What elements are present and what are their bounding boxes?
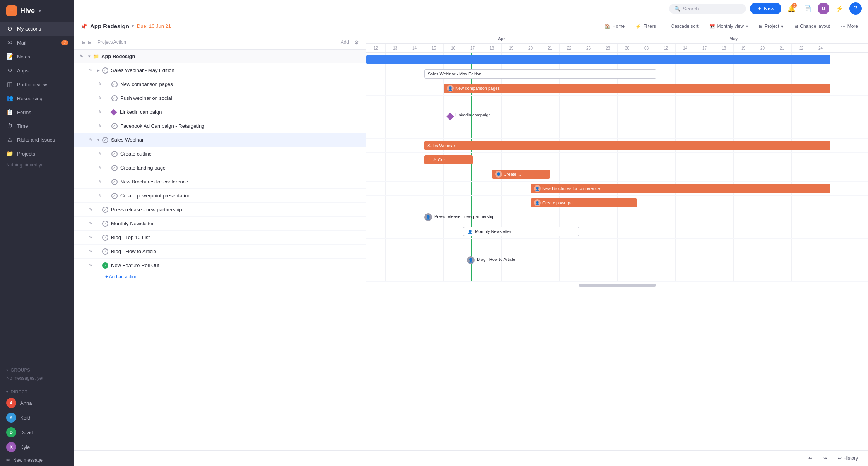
gantt-row[interactable] (366, 239, 868, 253)
task-row[interactable]: ✎ ✓ Press release - new partnership (74, 203, 366, 217)
sidebar-item-portfolio[interactable]: ◫ Portfolio view (0, 77, 74, 91)
gantt-row[interactable]: 👤New comparison pages (366, 81, 868, 96)
redo-icon: ↪ (823, 456, 827, 461)
gantt-row[interactable] (366, 267, 868, 282)
gantt-bar[interactable]: ⚠⚠ Cre... (424, 155, 473, 164)
gantt-scroll-thumb[interactable] (579, 284, 656, 287)
sidebar-item-risks[interactable]: ⚠ Risks and Issues (0, 133, 74, 147)
expand-icon[interactable]: ▾ (86, 54, 92, 58)
undo-button[interactable]: ↩ (805, 454, 816, 463)
sidebar-item-forms[interactable]: 📋 Forms (0, 105, 74, 119)
gantt-cell (772, 124, 792, 138)
expand-all-icon[interactable]: ⊞ (82, 40, 85, 45)
gantt-row[interactable]: 👤Create powerpoi... (366, 196, 868, 210)
gantt-row[interactable]: 👤New Brochures for conference (366, 182, 868, 196)
gantt-bar-outline[interactable]: 👤Monthly Newsletter (463, 227, 579, 236)
task-row[interactable]: ✎ ✓ Create landing page (74, 161, 366, 175)
gantt-row[interactable]: Linkedin campaign (366, 110, 868, 124)
task-row[interactable]: ✎ ✓ Facebook Ad Campaign - Retargeting (74, 119, 366, 133)
gantt-row[interactable] (366, 96, 868, 110)
gantt-cell (366, 267, 386, 281)
add-action-link[interactable]: + Add an action (74, 272, 366, 281)
help-button[interactable]: ? (849, 2, 862, 15)
gantt-bar[interactable]: 👤Create powerpoi... (531, 198, 637, 207)
gantt-row[interactable] (366, 124, 868, 139)
change-layout-button[interactable]: ⊟ Change layout (790, 22, 834, 31)
direct-section[interactable]: ▾ Direct (0, 384, 74, 396)
gantt-cell (714, 167, 734, 181)
search-bar[interactable]: 🔍 Search (669, 4, 746, 14)
new-button[interactable]: ＋ New (750, 3, 781, 14)
expand-icon[interactable]: ▶ (95, 68, 101, 72)
logo-dropdown-icon[interactable]: ▾ (39, 9, 41, 14)
gantt-row[interactable] (366, 53, 868, 67)
task-row[interactable]: ✎ ✓ Push webinar on social (74, 91, 366, 105)
task-row[interactable]: ✎ ✓ New Brochures for conference (74, 175, 366, 189)
task-row[interactable]: ✎ ▾ 📁 App Redesign (74, 50, 366, 63)
gantt-bar[interactable]: 👤New comparison pages (444, 84, 830, 93)
gantt-bar[interactable]: Sales Webinar (424, 141, 830, 150)
gantt-bar[interactable] (366, 55, 830, 64)
project-dropdown-icon[interactable]: ▾ (132, 24, 134, 29)
sidebar-item-my-actions[interactable]: ⊙ My actions (0, 22, 74, 36)
gantt-cell (405, 196, 424, 210)
today-line (471, 124, 472, 138)
project-view-button[interactable]: ⊞ Project ▾ (755, 22, 787, 31)
dm-anna[interactable]: A Anna (0, 396, 74, 410)
more-button[interactable]: ⋯ More (837, 22, 862, 31)
task-row[interactable]: ✎ ✓ Monthly Newsletter (74, 217, 366, 231)
gantt-row[interactable]: ⚠⚠ Cre... (366, 153, 868, 167)
docs-button[interactable]: 📄 (801, 2, 814, 15)
task-row[interactable]: ✎ ✓ Blog - How to Article (74, 245, 366, 259)
groups-section[interactable]: ▾ Groups (0, 362, 74, 374)
sidebar-item-notes[interactable]: 📝 Notes (0, 50, 74, 63)
task-row[interactable]: ✎ ✓ New Feature Roll Out (74, 259, 366, 272)
gantt-row[interactable]: 👤Press release - new partnership (366, 210, 868, 224)
dm-keith[interactable]: K Keith (0, 410, 74, 425)
dm-kyle[interactable]: K Kyle (0, 440, 74, 454)
gantt-bar[interactable]: 👤Create ... (492, 170, 550, 179)
gantt-row[interactable]: 👤Monthly Newsletter (366, 224, 868, 239)
dm-name: Keith (20, 415, 32, 421)
task-row[interactable]: ✎ ▶ ✓ Sales Webinar - May Edition (74, 63, 366, 77)
gantt-cell (676, 210, 695, 224)
home-button[interactable]: 🏠 Home (601, 22, 629, 31)
gantt-row[interactable]: 👤Blog - How to Article (366, 253, 868, 267)
gantt-cell (560, 124, 579, 138)
app-logo[interactable]: ≡ Hive ▾ (0, 0, 74, 22)
lightning-button[interactable]: ⚡ (833, 2, 846, 15)
gantt-cell (598, 224, 618, 238)
filter-icon: ⚡ (636, 24, 641, 29)
sidebar-item-apps[interactable]: ⚙ Apps (0, 63, 74, 77)
new-message-button[interactable]: ✉ New message (0, 454, 74, 466)
gantt-row[interactable]: Sales Webinar - May Edition (366, 67, 868, 81)
cascade-sort-button[interactable]: ↕ Cascade sort (663, 22, 702, 31)
sidebar-item-resourcing[interactable]: 👥 Resourcing (0, 91, 74, 105)
redo-button[interactable]: ↪ (819, 454, 831, 463)
gantt-bar[interactable]: 👤New Brochures for conference (531, 184, 830, 193)
expand-icon[interactable]: ▾ (95, 138, 101, 142)
user-avatar[interactable]: U (818, 3, 829, 14)
dm-david[interactable]: D David (0, 425, 74, 440)
gantt-row[interactable]: Sales Webinar (366, 139, 868, 153)
collapse-icon[interactable]: ⊟ (88, 40, 91, 45)
milestone-icon (111, 109, 117, 115)
add-column-label[interactable]: Add (341, 39, 349, 45)
notifications-button[interactable]: 🔔 3 (785, 2, 798, 15)
sidebar-item-time[interactable]: ⏱ Time (0, 119, 74, 133)
history-button[interactable]: ↩ History (834, 454, 862, 463)
gantt-bar-outline[interactable]: Sales Webinar - May Edition (424, 69, 656, 79)
task-row[interactable]: ✎ ✓ Blog - Top 10 List (74, 231, 366, 245)
sidebar-item-mail[interactable]: ✉ Mail 2 (0, 36, 74, 50)
row-link-icon: ✎ (77, 54, 85, 59)
settings-icon[interactable]: ⚙ (352, 38, 361, 47)
task-row[interactable]: ✎ ✓ Create powerpoint presentation (74, 189, 366, 203)
gantt-row[interactable]: 👤Create ... (366, 167, 868, 182)
task-row[interactable]: ✎ ✓ Create outline (74, 147, 366, 161)
task-row[interactable]: ✎ ✓ New comparison pages (74, 77, 366, 91)
sidebar-item-projects[interactable]: 📁 Projects (0, 147, 74, 161)
task-row[interactable]: ✎ ▾ ✓ Sales Webinar (74, 133, 366, 147)
filters-button[interactable]: ⚡ Filters (632, 22, 660, 31)
task-row[interactable]: ✎ Linkedin campaign (74, 105, 366, 119)
monthly-view-button[interactable]: 📅 Monthly view ▾ (706, 22, 752, 31)
